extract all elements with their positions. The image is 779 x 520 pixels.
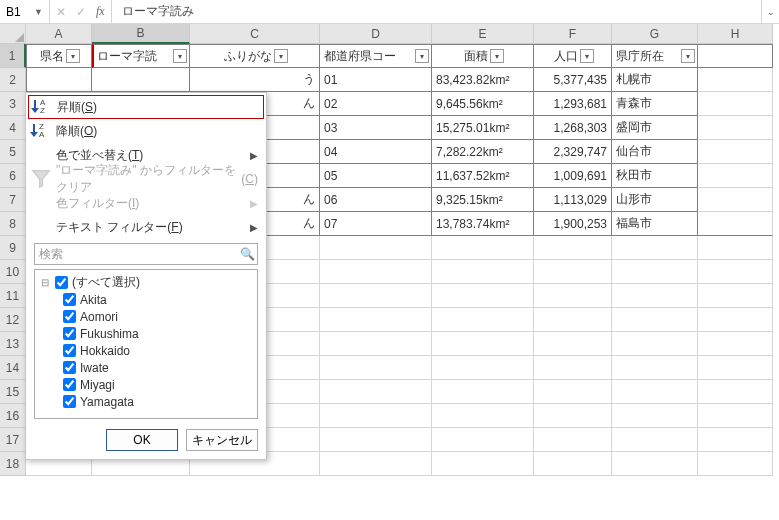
cell[interactable] bbox=[612, 284, 698, 308]
row-header-5[interactable]: 5 bbox=[0, 140, 26, 164]
cell[interactable] bbox=[534, 452, 612, 476]
cell[interactable]: 1,268,303 bbox=[534, 116, 612, 140]
filter-dropdown-icon[interactable]: ▾ bbox=[490, 49, 504, 63]
row-header-3[interactable]: 3 bbox=[0, 92, 26, 116]
row-header-1[interactable]: 1 bbox=[0, 44, 26, 68]
cell[interactable]: 1,113,029 bbox=[534, 188, 612, 212]
cell[interactable] bbox=[698, 308, 773, 332]
cell[interactable] bbox=[432, 356, 534, 380]
header-cell-romaji[interactable]: ローマ字読▾ bbox=[92, 44, 190, 68]
filter-search-input[interactable] bbox=[35, 247, 237, 261]
cell[interactable] bbox=[534, 308, 612, 332]
cell[interactable] bbox=[320, 428, 432, 452]
col-header-d[interactable]: D bbox=[320, 24, 432, 44]
select-all-corner[interactable] bbox=[0, 24, 26, 44]
cell[interactable]: 9,645.56km² bbox=[432, 92, 534, 116]
cell[interactable]: 山形市 bbox=[612, 188, 698, 212]
cell[interactable] bbox=[698, 212, 773, 236]
header-cell-area[interactable]: 面積▾ bbox=[432, 44, 534, 68]
cell[interactable] bbox=[698, 380, 773, 404]
row-header-11[interactable]: 11 bbox=[0, 284, 26, 308]
row-header-8[interactable]: 8 bbox=[0, 212, 26, 236]
cell[interactable] bbox=[612, 308, 698, 332]
cell[interactable] bbox=[612, 452, 698, 476]
row-header-13[interactable]: 13 bbox=[0, 332, 26, 356]
cell[interactable]: 福島市 bbox=[612, 212, 698, 236]
cell[interactable] bbox=[320, 332, 432, 356]
cell[interactable] bbox=[698, 116, 773, 140]
col-header-f[interactable]: F bbox=[534, 24, 612, 44]
cell-reference-input[interactable] bbox=[6, 5, 30, 19]
cell[interactable] bbox=[534, 428, 612, 452]
cell[interactable] bbox=[534, 356, 612, 380]
cell[interactable] bbox=[698, 260, 773, 284]
cell[interactable] bbox=[698, 284, 773, 308]
cell[interactable]: 5,377,435 bbox=[534, 68, 612, 92]
name-box[interactable]: ▼ bbox=[0, 0, 50, 23]
row-header-15[interactable]: 15 bbox=[0, 380, 26, 404]
cell[interactable]: 03 bbox=[320, 116, 432, 140]
select-all-checkbox[interactable]: (すべて選択) bbox=[41, 274, 251, 291]
cell[interactable] bbox=[320, 284, 432, 308]
row-header-17[interactable]: 17 bbox=[0, 428, 26, 452]
cell[interactable] bbox=[320, 380, 432, 404]
cell[interactable]: 01 bbox=[320, 68, 432, 92]
cell[interactable] bbox=[432, 236, 534, 260]
cell[interactable] bbox=[534, 332, 612, 356]
cell[interactable] bbox=[698, 452, 773, 476]
checkbox[interactable] bbox=[63, 293, 76, 306]
cell[interactable] bbox=[534, 284, 612, 308]
fx-icon[interactable]: fx bbox=[96, 4, 105, 19]
cell[interactable] bbox=[534, 236, 612, 260]
cell[interactable] bbox=[698, 404, 773, 428]
ok-button[interactable]: OK bbox=[106, 429, 178, 451]
cell[interactable] bbox=[432, 284, 534, 308]
cell[interactable]: 1,900,253 bbox=[534, 212, 612, 236]
cell[interactable] bbox=[432, 308, 534, 332]
cell[interactable]: 11,637.52km² bbox=[432, 164, 534, 188]
cell[interactable] bbox=[612, 404, 698, 428]
filter-value-item[interactable]: Yamagata bbox=[63, 393, 251, 410]
sort-ascending-item[interactable]: AZ 昇順(S) bbox=[28, 95, 264, 119]
text-filter-item[interactable]: テキスト フィルター(F) ▶ bbox=[28, 215, 264, 239]
row-header-9[interactable]: 9 bbox=[0, 236, 26, 260]
cell[interactable] bbox=[432, 260, 534, 284]
header-cell-capital[interactable]: 県庁所在▾ bbox=[612, 44, 698, 68]
cell[interactable]: 15,275.01km² bbox=[432, 116, 534, 140]
cell[interactable] bbox=[432, 404, 534, 428]
cell[interactable] bbox=[26, 68, 92, 92]
col-header-b[interactable]: B bbox=[92, 24, 190, 44]
cell[interactable] bbox=[320, 236, 432, 260]
filter-values-list[interactable]: (すべて選択) Akita Aomori Fukushima Hokkaido … bbox=[34, 269, 258, 419]
cell[interactable]: 06 bbox=[320, 188, 432, 212]
checkbox[interactable] bbox=[63, 378, 76, 391]
filter-dropdown-icon[interactable]: ▾ bbox=[66, 49, 80, 63]
filter-value-item[interactable]: Akita bbox=[63, 291, 251, 308]
cell[interactable] bbox=[698, 332, 773, 356]
col-header-g[interactable]: G bbox=[612, 24, 698, 44]
filter-dropdown-icon[interactable]: ▾ bbox=[274, 49, 288, 63]
header-cell-furigana[interactable]: ふりがな▾ bbox=[190, 44, 320, 68]
cell[interactable]: 83,423.82km² bbox=[432, 68, 534, 92]
row-header-18[interactable]: 18 bbox=[0, 452, 26, 476]
filter-value-item[interactable]: Hokkaido bbox=[63, 342, 251, 359]
cell[interactable]: 1,009,691 bbox=[534, 164, 612, 188]
cell[interactable] bbox=[320, 308, 432, 332]
cell[interactable] bbox=[432, 452, 534, 476]
cell[interactable]: 仙台市 bbox=[612, 140, 698, 164]
header-cell-code[interactable]: 都道府県コー▾ bbox=[320, 44, 432, 68]
cell[interactable] bbox=[698, 68, 773, 92]
cell[interactable] bbox=[320, 260, 432, 284]
filter-dropdown-icon[interactable]: ▾ bbox=[415, 49, 429, 63]
checkbox[interactable] bbox=[63, 310, 76, 323]
cell[interactable] bbox=[698, 428, 773, 452]
row-header-2[interactable]: 2 bbox=[0, 68, 26, 92]
cell[interactable]: 13,783.74km² bbox=[432, 212, 534, 236]
col-header-c[interactable]: C bbox=[190, 24, 320, 44]
cell[interactable] bbox=[698, 188, 773, 212]
cell[interactable]: 2,329,747 bbox=[534, 140, 612, 164]
cell[interactable]: 札幌市 bbox=[612, 68, 698, 92]
cell[interactable]: 04 bbox=[320, 140, 432, 164]
filter-dropdown-icon[interactable]: ▾ bbox=[681, 49, 695, 63]
cell[interactable]: 秋田市 bbox=[612, 164, 698, 188]
